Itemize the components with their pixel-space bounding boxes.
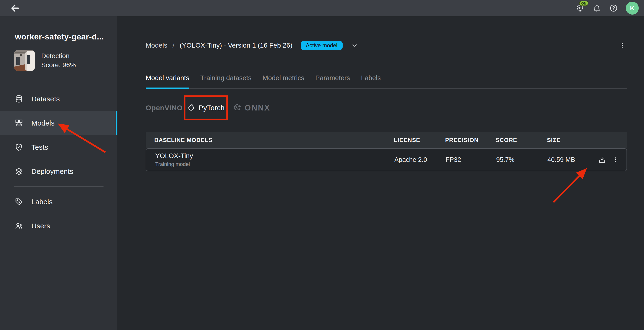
sidebar-divider: [14, 186, 104, 187]
top-bar: ON K: [0, 0, 644, 16]
users-icon: [15, 222, 23, 230]
download-model-button[interactable]: [598, 156, 606, 164]
tab-model-metrics[interactable]: Model metrics: [262, 74, 304, 88]
sidebar-item-label: Users: [32, 222, 50, 230]
row-menu-kebab-icon[interactable]: [612, 157, 618, 163]
sidebar-item-label: Deployments: [32, 167, 73, 175]
framework-selector: OpenVINO PyTorch ONNX: [146, 95, 627, 120]
database-icon: [15, 95, 23, 103]
breadcrumb-separator: /: [172, 42, 174, 49]
task-type: Detection: [41, 51, 76, 60]
sidebar: worker-safety-gear-d... Detection Score:…: [0, 16, 118, 330]
credits-button[interactable]: ON: [576, 3, 584, 13]
license-cell: Apache 2.0: [394, 156, 446, 164]
precision-cell: FP32: [446, 156, 496, 164]
bell-icon: [593, 4, 601, 12]
row-actions: [598, 156, 629, 164]
help-button[interactable]: [609, 3, 618, 13]
column-precision: PRECISION: [445, 137, 496, 144]
project-score: Score: 96%: [41, 60, 76, 70]
app-root: { "topbar": { "credits_badge": "ON", "av…: [0, 0, 644, 330]
sidebar-item-models[interactable]: Models: [0, 111, 118, 135]
model-name-cell: YOLOX-Tiny Training model: [146, 152, 394, 167]
table-header: BASELINE MODELS LICENSE PRECISION SCORE …: [146, 132, 627, 148]
framework-pytorch[interactable]: PyTorch: [184, 95, 228, 120]
notifications-button[interactable]: [592, 3, 601, 13]
sidebar-item-deployments[interactable]: Deployments: [0, 159, 118, 183]
score-cell: 95.7%: [496, 156, 548, 164]
column-score: SCORE: [496, 137, 547, 144]
sidebar-item-labels[interactable]: Labels: [0, 190, 118, 214]
sidebar-menu: Datasets Models Tests Deployments Label: [0, 87, 118, 238]
project-meta: Detection Score: 96%: [41, 51, 76, 70]
pytorch-flame-icon: [187, 104, 196, 112]
table-row[interactable]: YOLOX-Tiny Training model Apache 2.0 FP3…: [146, 148, 627, 171]
project-name: worker-safety-gear-d...: [15, 32, 118, 41]
tag-icon: [15, 198, 23, 206]
download-icon: [598, 156, 606, 164]
framework-pytorch-label: PyTorch: [198, 104, 224, 112]
sidebar-item-label: Tests: [32, 143, 48, 151]
page-menu-kebab-icon[interactable]: [618, 41, 626, 50]
column-license: LICENSE: [394, 137, 445, 144]
main-content: Models / (YOLOX-Tiny) - Version 1 (16 Fe…: [118, 16, 644, 330]
model-tabs: Model variants Training datasets Model m…: [146, 74, 627, 89]
framework-onnx-label: ONNX: [244, 103, 270, 112]
breadcrumb-current-model: (YOLOX-Tiny) - Version 1 (16 Feb 26): [180, 42, 292, 49]
arrow-left-icon: [10, 3, 20, 13]
back-button[interactable]: [10, 3, 20, 14]
sidebar-item-label: Models: [32, 119, 54, 127]
models-topology-icon: [15, 119, 23, 127]
column-baseline-models: BASELINE MODELS: [146, 137, 394, 144]
sidebar-item-label: Labels: [32, 198, 52, 206]
project-info: Detection Score: 96%: [14, 50, 118, 71]
framework-openvino[interactable]: OpenVINO: [146, 104, 182, 112]
tab-training-datasets[interactable]: Training datasets: [200, 74, 252, 88]
model-subtitle: Training model: [155, 161, 394, 167]
layers-icon: [15, 167, 23, 175]
onnx-icon: [233, 103, 242, 112]
sidebar-item-tests[interactable]: Tests: [0, 135, 118, 159]
model-name: YOLOX-Tiny: [155, 152, 394, 160]
chevron-down-icon[interactable]: [351, 42, 358, 49]
user-avatar[interactable]: K: [626, 2, 639, 14]
framework-onnx[interactable]: ONNX: [233, 103, 270, 112]
sidebar-item-datasets[interactable]: Datasets: [0, 87, 118, 111]
credits-on-badge: ON: [579, 1, 588, 6]
size-cell: 40.59 MB: [548, 156, 598, 164]
column-size: SIZE: [547, 137, 598, 144]
tab-model-variants[interactable]: Model variants: [146, 74, 189, 88]
project-thumbnail: [14, 50, 35, 71]
sidebar-item-label: Datasets: [32, 95, 60, 103]
breadcrumb-models-link[interactable]: Models: [146, 42, 167, 49]
breadcrumb: Models / (YOLOX-Tiny) - Version 1 (16 Fe…: [146, 40, 627, 51]
active-model-badge[interactable]: Active model: [301, 41, 343, 50]
tab-labels[interactable]: Labels: [361, 74, 381, 88]
baseline-models-table: BASELINE MODELS LICENSE PRECISION SCORE …: [146, 132, 627, 171]
sidebar-item-users[interactable]: Users: [0, 214, 118, 238]
shield-check-icon: [15, 143, 23, 151]
tab-parameters[interactable]: Parameters: [315, 74, 350, 88]
top-bar-actions: ON K: [576, 2, 639, 14]
help-icon: [610, 4, 618, 12]
corridor-photo: [14, 50, 35, 71]
